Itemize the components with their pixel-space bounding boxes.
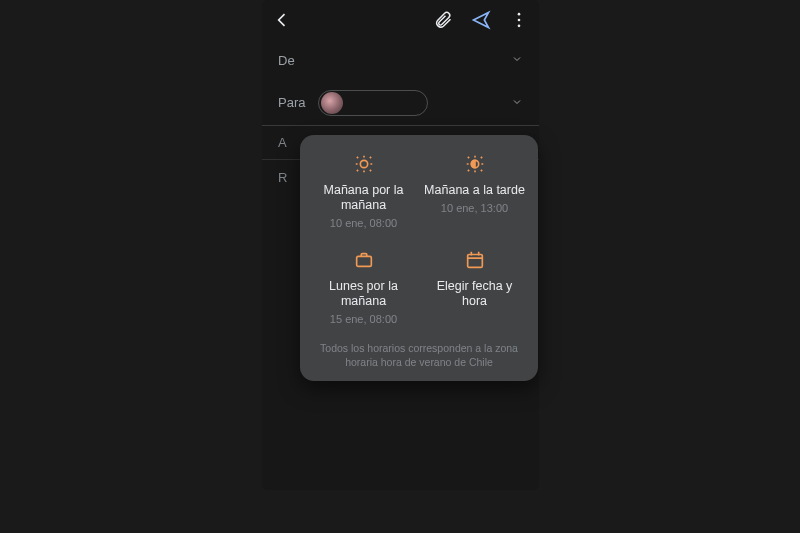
- option-sub: 10 ene, 08:00: [330, 217, 397, 229]
- svg-rect-5: [356, 256, 371, 266]
- body-text: R: [278, 170, 287, 185]
- svg-point-1: [518, 19, 521, 22]
- timezone-note: Todos los horarios corresponden a la zon…: [308, 341, 530, 369]
- option-monday-morning[interactable]: Lunes por la mañana 15 ene, 08:00: [308, 249, 419, 325]
- briefcase-icon: [353, 249, 375, 271]
- option-pick-date-time[interactable]: Elegir fecha y hora: [419, 249, 530, 325]
- option-tomorrow-afternoon[interactable]: Mañana a la tarde 10 ene, 13:00: [419, 153, 530, 229]
- back-icon[interactable]: [272, 10, 292, 30]
- schedule-send-popover: Mañana por la mañana 10 ene, 08:00 Mañan…: [300, 135, 538, 381]
- calendar-icon: [464, 249, 486, 271]
- option-title: Elegir fecha y hora: [423, 279, 526, 309]
- chevron-down-icon: [511, 94, 523, 112]
- subject-text: A: [278, 135, 287, 150]
- svg-point-0: [518, 13, 521, 16]
- option-tomorrow-morning[interactable]: Mañana por la mañana 10 ene, 08:00: [308, 153, 419, 229]
- option-title: Mañana por la mañana: [312, 183, 415, 213]
- sun-icon: [353, 153, 375, 175]
- send-icon[interactable]: [471, 10, 491, 30]
- from-label: De: [278, 53, 318, 68]
- more-icon[interactable]: [509, 10, 529, 30]
- option-sub: 15 ene, 08:00: [330, 313, 397, 325]
- to-label: Para: [278, 95, 318, 110]
- option-title: Mañana a la tarde: [424, 183, 525, 198]
- chevron-down-icon: [511, 51, 523, 69]
- attach-icon[interactable]: [433, 10, 453, 30]
- svg-point-3: [360, 160, 367, 167]
- avatar: [321, 92, 343, 114]
- recipient-chip[interactable]: [318, 90, 428, 116]
- top-app-bar: [262, 0, 539, 40]
- from-row[interactable]: De: [262, 40, 539, 80]
- half-sun-icon: [464, 153, 486, 175]
- svg-point-2: [518, 25, 521, 28]
- svg-rect-6: [467, 255, 482, 268]
- to-row[interactable]: Para: [262, 80, 539, 126]
- option-sub: 10 ene, 13:00: [441, 202, 508, 214]
- option-title: Lunes por la mañana: [312, 279, 415, 309]
